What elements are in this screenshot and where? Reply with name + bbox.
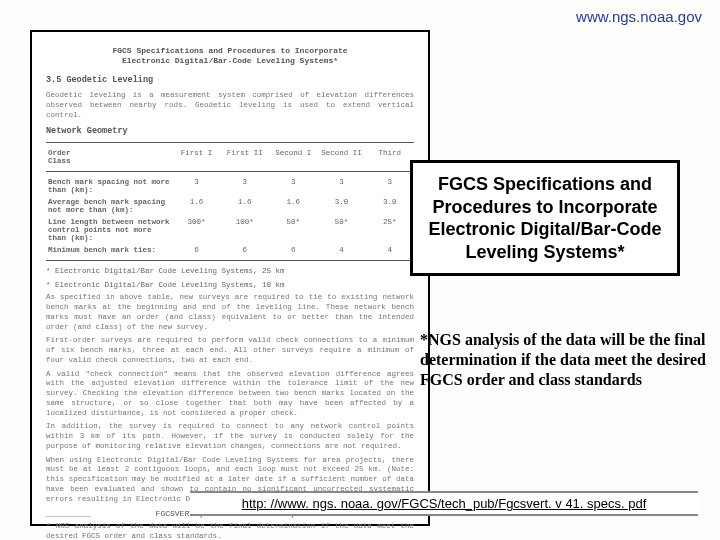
hdr-c2: First II [221,147,269,167]
row-value: 100* [221,216,269,244]
row-value: 3 [269,176,317,196]
row-value: 4 [317,244,365,256]
row-value: 3 [172,176,220,196]
intro-paragraph: Geodetic leveling is a measurement syste… [46,91,414,120]
section-heading: 3.5 Geodetic Leveling [46,75,414,85]
doc-title: FGCS Specifications and Procedures to In… [46,46,414,65]
row-label: Bench mark spacing not more than (km): [46,176,172,196]
hdr-order: Order [48,149,71,157]
row-value: 300* [172,216,220,244]
row-value: 1.6 [269,196,317,216]
doc-title-line1: FGCS Specifications and Procedures to In… [112,46,347,55]
row-label: Line length between network control poin… [46,216,172,244]
rule [46,142,414,143]
table-footnote-2: * Electronic Digital/Bar Code Leveling S… [46,281,414,289]
row-value: 1.6 [221,196,269,216]
hdr-c4: Second II [317,147,365,167]
row-value: 3.0 [317,196,365,216]
row-value: 4 [366,244,414,256]
table-row: Minimum bench mark ties:66644 [46,244,414,256]
subheading-network-geometry: Network Geometry [46,126,414,136]
table-header-row: OrderClass First I First II Second I Sec… [46,147,414,167]
row-value: 6 [172,244,220,256]
doc-title-line2: Electronic Digital/Bar-Code Leveling Sys… [122,56,338,65]
row-value: 6 [269,244,317,256]
hdr-c5: Third [366,147,414,167]
row-value: 25* [366,216,414,244]
body-paragraph: In addition, the survey is required to c… [46,422,414,451]
hdr-c1: First I [172,147,220,167]
table-row: Bench mark spacing not more than (km):33… [46,176,414,196]
hdr-c3: Second I [269,147,317,167]
analysis-footnote: *NGS analysis of the data will be the fi… [420,330,710,390]
row-label: Minimum bench mark ties: [46,244,172,256]
body-paragraph: First-order surveys are required to perf… [46,336,414,365]
row-value: 1.6 [172,196,220,216]
body-paragraph: As specified in above table, new surveys… [46,293,414,332]
row-label: Average bench mark spacing not more than… [46,196,172,216]
pdf-link[interactable]: http: //www. ngs. noaa. gov/FGCS/tech_pu… [190,491,698,516]
row-value: 50* [269,216,317,244]
row-value: 3 [221,176,269,196]
body-paragraph: A valid "check connection" means that th… [46,370,414,419]
background-document: FGCS Specifications and Procedures to In… [30,30,430,526]
row-value: 3 [366,176,414,196]
row-value: 3.0 [366,196,414,216]
row-value: 6 [221,244,269,256]
doc-asterisk-note: * NGS analysis of the data will be the f… [46,522,414,540]
top-url: www.ngs.noaa.gov [576,8,702,25]
hdr-class: Class [48,157,71,165]
spec-table-body: Bench mark spacing not more than (km):33… [46,176,414,256]
callout-title-box: FGCS Specifications and Procedures to In… [410,160,680,276]
rule [46,260,414,261]
row-value: 50* [317,216,365,244]
table-row: Average bench mark spacing not more than… [46,196,414,216]
table-footnote-1: * Electronic Digital/Bar Code Leveling S… [46,267,414,275]
row-value: 3 [317,176,365,196]
spec-table: OrderClass First I First II Second I Sec… [46,147,414,167]
rule [46,171,414,172]
table-row: Line length between network control poin… [46,216,414,244]
